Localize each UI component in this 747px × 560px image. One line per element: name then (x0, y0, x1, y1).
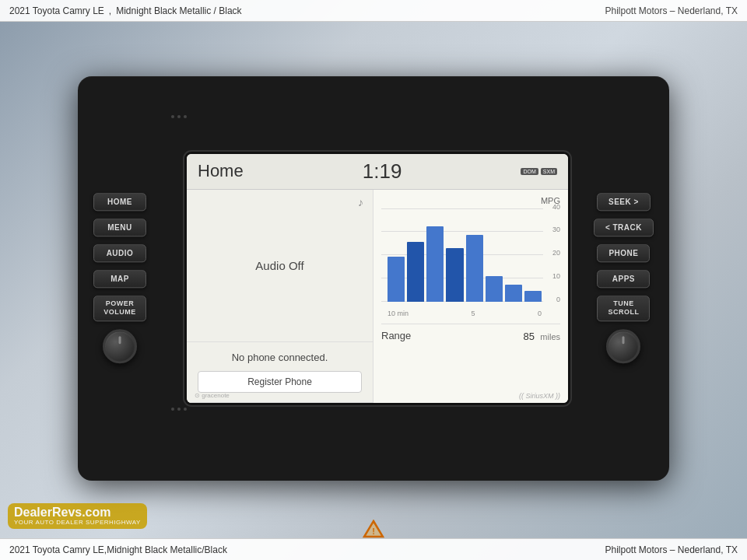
warning-triangle-icon: ! (363, 520, 384, 538)
bottom-trim: Black (205, 544, 227, 555)
screen-title: Home (198, 161, 244, 181)
screen-left-panel: ♪ Audio Off No phone connected. Register… (187, 190, 374, 403)
range-unit: miles (540, 332, 560, 341)
screen-right-panel: MPG 40 30 20 10 0 (374, 190, 568, 403)
screen-badges: DOM SXM (521, 168, 557, 175)
range-label: Range (381, 330, 411, 341)
tune-knob[interactable] (606, 329, 640, 363)
bar-6 (486, 276, 503, 302)
car-title: 2021 Toyota Camry LE (9, 5, 104, 16)
track-button[interactable]: < TRACK (594, 219, 654, 236)
tune-scroll-button[interactable]: TUNESCROLL (597, 296, 650, 321)
range-value: 85 (523, 331, 534, 342)
home-button[interactable]: HOME (93, 193, 146, 211)
register-phone-button[interactable]: Register Phone (198, 371, 362, 393)
bar-4 (446, 248, 463, 301)
console-dots-2 (171, 408, 187, 411)
console-dots-1 (171, 115, 187, 118)
svg-text:!: ! (372, 527, 375, 536)
infotainment-screen: Home 1:19 DOM SXM ♪ Audio Off No phone c… (187, 154, 568, 403)
volume-knob[interactable] (103, 329, 137, 363)
phone-button[interactable]: PHONE (597, 244, 650, 262)
watermark-subtitle: YOUR AUTO DEALER SUPERHIGHWAY (14, 519, 141, 526)
top-bar-separator: , (109, 5, 111, 16)
power-volume-button[interactable]: POWERVOLUME (93, 296, 146, 321)
bar-8 (524, 291, 542, 301)
seek-button[interactable]: SEEK > (597, 193, 651, 211)
bottom-center-icons: ! (363, 520, 384, 538)
bar-3 (426, 226, 444, 302)
chart-bars (388, 216, 542, 302)
audio-button[interactable]: AUDIO (93, 244, 146, 262)
no-phone-text: No phone connected. (198, 352, 362, 363)
bottom-dealer: Philpott Motors – Nederland, TX (605, 544, 738, 555)
x-label-10min: 10 min (388, 310, 409, 317)
screen-footer: ⊙ gracenote (( SiriusXM )) (195, 392, 560, 400)
bar-2 (407, 242, 424, 302)
dealer-name-top: Philpott Motors – Nederland, TX (605, 5, 738, 16)
chart-x-axis: 10 min 5 0 (388, 310, 542, 317)
x-label-0: 0 (538, 310, 542, 317)
dealerrevs-watermark: DealerRevs.com YOUR AUTO DEALER SUPERHIG… (8, 503, 147, 529)
bottom-color: Midnight Black Metallic (107, 544, 202, 555)
top-bar-left: 2021 Toyota Camry LE , Midnight Black Me… (9, 5, 242, 16)
menu-button[interactable]: MENU (93, 219, 146, 236)
bottom-bar: 2021 Toyota Camry LE , Midnight Black Me… (0, 538, 747, 560)
apps-button[interactable]: APPS (597, 270, 650, 288)
car-color: Midnight Black Metallic / Black (116, 5, 241, 16)
siriusxm-logo: (( SiriusXM )) (519, 392, 560, 400)
audio-section: ♪ Audio Off (187, 190, 373, 342)
screen-clock: 1:19 (363, 159, 402, 184)
screen-body: ♪ Audio Off No phone connected. Register… (187, 190, 568, 403)
sxm-badge: SXM (541, 168, 557, 175)
left-button-group: HOME MENU AUDIO MAP POWERVOLUME (93, 193, 146, 363)
grid-line-40: 40 (381, 208, 543, 209)
music-note-icon: ♪ (358, 196, 363, 208)
bottom-car-title: 2021 Toyota Camry LE (9, 544, 104, 555)
bar-5 (466, 235, 483, 302)
range-row: Range 85 miles (381, 324, 560, 343)
console-panel: HOME MENU AUDIO MAP POWERVOLUME Home 1:1… (78, 76, 669, 481)
watermark-title: DealerRevs.com (14, 506, 141, 519)
x-label-5: 5 (471, 310, 475, 317)
dom-badge: DOM (521, 168, 538, 175)
top-bar: 2021 Toyota Camry LE , Midnight Black Me… (0, 0, 747, 22)
mpg-label: MPG (381, 196, 560, 205)
map-button[interactable]: MAP (93, 270, 146, 288)
fuel-economy-chart: 40 30 20 10 0 (381, 208, 560, 317)
gracenote-logo: ⊙ gracenote (195, 392, 230, 399)
console-area: HOME MENU AUDIO MAP POWERVOLUME Home 1:1… (62, 43, 685, 513)
audio-status: Audio Off (255, 259, 303, 272)
bar-7 (505, 285, 522, 302)
bar-1 (388, 257, 405, 301)
screen-header: Home 1:19 DOM SXM (187, 154, 568, 190)
right-button-group: SEEK > < TRACK PHONE APPS TUNESCROLL (594, 193, 654, 363)
